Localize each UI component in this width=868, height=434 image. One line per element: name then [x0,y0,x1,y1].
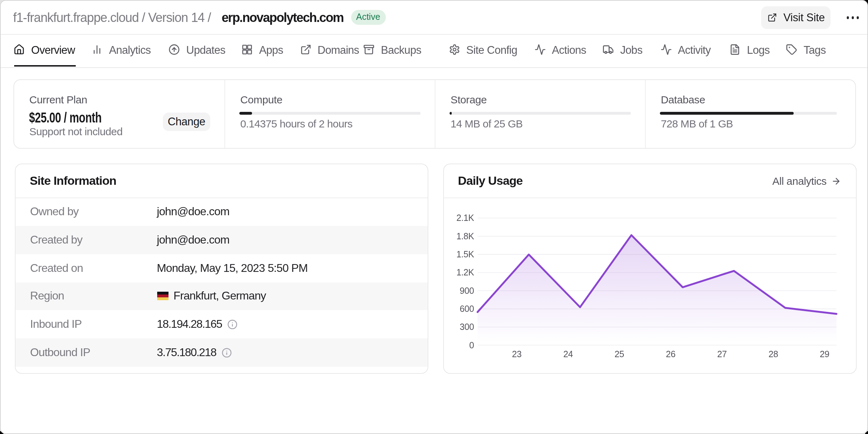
svg-text:26: 26 [666,349,675,359]
svg-text:1.8K: 1.8K [456,231,474,241]
svg-text:28: 28 [768,349,778,359]
svg-text:900: 900 [459,286,474,296]
svg-text:23: 23 [512,349,521,359]
svg-text:600: 600 [459,304,474,314]
svg-text:27: 27 [717,349,726,359]
svg-text:29: 29 [820,349,829,359]
svg-text:25: 25 [615,349,624,359]
svg-text:2.1K: 2.1K [456,213,474,223]
svg-text:24: 24 [563,349,573,359]
svg-text:1.5K: 1.5K [456,249,474,259]
svg-text:0: 0 [469,340,474,350]
svg-text:300: 300 [459,322,474,332]
svg-text:1.2K: 1.2K [456,267,474,277]
